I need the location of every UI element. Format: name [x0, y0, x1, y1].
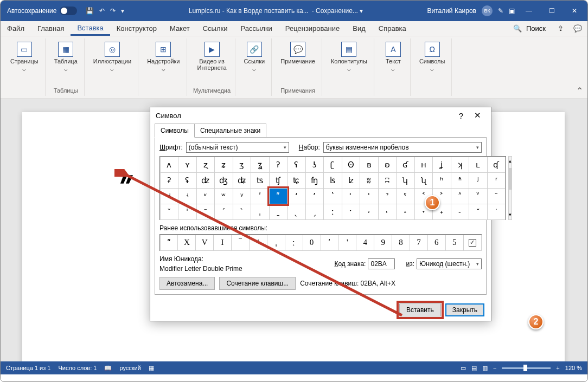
search-icon[interactable]: 🔍 [513, 24, 522, 33]
symbol-cell[interactable]: ˅ [469, 188, 488, 204]
symbol-cell[interactable]: ʻ [287, 188, 306, 204]
symbol-cell[interactable]: ʤ [214, 172, 233, 189]
undo-icon[interactable]: ↶ [99, 7, 105, 15]
scroll-down-icon[interactable]: ▾ [509, 210, 512, 219]
recent-symbol-cell[interactable]: ˌ [267, 235, 285, 251]
recent-symbol-cell[interactable]: ː [285, 235, 303, 251]
recent-symbol-cell[interactable]: X [177, 235, 196, 251]
symbol-cell[interactable]: ʒ [233, 157, 252, 173]
symbol-cell[interactable]: ˀ [378, 188, 397, 204]
illustrations-button[interactable]: ◎Иллюстрации⌵ [90, 40, 135, 95]
print-layout-icon[interactable]: ▤ [471, 365, 477, 372]
symbol-cell[interactable]: ʭ [378, 172, 397, 189]
symbol-cell[interactable]: ʧ [269, 172, 288, 189]
symbol-cell[interactable]: ʴ [160, 188, 179, 204]
symbol-cell[interactable]: ˌ [251, 204, 270, 220]
close-dialog-button[interactable]: Закрыть [445, 303, 484, 316]
symbol-cell[interactable]: ʰ [432, 172, 451, 189]
language-status[interactable]: русский [119, 365, 140, 371]
tab-special[interactable]: Специальные знаки [194, 124, 266, 138]
symbol-cell[interactable]: ʢ [178, 172, 197, 189]
redo-icon[interactable]: ↷ [110, 7, 116, 15]
page-status[interactable]: Страница 1 из 1 [6, 365, 50, 371]
zoom-out-icon[interactable]: − [493, 365, 496, 371]
recent-symbol-cell[interactable]: 9 [374, 235, 392, 251]
symbol-cell[interactable]: ʫ [342, 172, 361, 189]
symbol-cell[interactable]: ˔ [396, 204, 415, 220]
symbol-cell[interactable]: ʬ [360, 172, 379, 189]
recent-symbol-cell[interactable]: ʺ [160, 235, 178, 251]
close-button[interactable]: ✕ [564, 3, 585, 19]
symbol-cell[interactable]: ˊ [214, 204, 233, 220]
symbol-cell[interactable]: ˗ [451, 204, 470, 220]
symbol-cell[interactable]: ʝ [432, 157, 451, 173]
symbol-grid[interactable]: ʌʏʐʑʒʓʔʕʖʗʘʙʚʛʜʝʞʟʠʡʢʣʤʥʦʧʨʩʪʫʬʭʮʯʰʱʲʳʴʵ… [159, 156, 506, 220]
scroll-thumb[interactable] [509, 168, 512, 190]
recent-symbol-cell[interactable]: ‾ [231, 235, 250, 251]
recent-symbol-cell[interactable]: ' [338, 235, 356, 251]
comments-icon[interactable]: 💬 [573, 24, 582, 33]
tab-ссылки[interactable]: Ссылки [196, 21, 234, 36]
avatar[interactable]: ВК [482, 5, 493, 16]
symbol-cell[interactable]: ʕ [287, 157, 306, 173]
recent-symbol-cell[interactable]: ˈ [249, 235, 267, 251]
symbol-cell[interactable]: ʸ [233, 188, 252, 204]
recent-symbol-cell[interactable]: 8 [392, 235, 410, 251]
symbol-cell[interactable]: ʖ [305, 157, 324, 173]
symbol-cell[interactable]: ʛ [396, 157, 415, 173]
symbol-cell[interactable]: ʨ [287, 172, 306, 189]
symbol-cell[interactable]: ˑ [342, 204, 361, 220]
symbol-cell[interactable]: ʠ [487, 157, 506, 173]
symbol-cell[interactable]: ʘ [342, 157, 361, 173]
video-button[interactable]: ▶Видео из Интернета [193, 40, 232, 86]
symbol-cell[interactable]: ʺ [269, 188, 288, 204]
maximize-button[interactable]: ☐ [541, 3, 563, 19]
spellcheck-icon[interactable]: 📖 [104, 365, 112, 372]
tab-symbols[interactable]: Символы [155, 124, 195, 138]
table-button[interactable]: ▦Таблица⌵ [51, 40, 81, 86]
symbol-cell[interactable]: ˎ [287, 204, 306, 220]
scroll-up-icon[interactable]: ▴ [509, 157, 512, 166]
recent-symbol-cell[interactable]: 6 [427, 235, 446, 251]
minimize-button[interactable]: — [518, 3, 540, 19]
symbol-cell[interactable]: ʌ [160, 157, 179, 173]
symbol-cell[interactable]: ʶ [196, 188, 215, 204]
symbol-cell[interactable]: ʷ [214, 188, 233, 204]
symbol-cell[interactable]: ʱ [451, 172, 470, 189]
zoom-in-icon[interactable]: + [556, 365, 559, 371]
symbol-cell[interactable]: ˘ [469, 204, 488, 220]
links-button[interactable]: 🔗Ссылки⌵ [241, 40, 269, 95]
font-combo[interactable]: (обычный текст) [186, 142, 289, 153]
symbol-cell[interactable]: ʪ [323, 172, 342, 189]
symbol-cell[interactable]: ˇ [160, 204, 179, 220]
collapse-ribbon-icon[interactable]: ⌃ [576, 86, 583, 96]
dialog-titlebar[interactable]: Символ ? ✕ [150, 107, 491, 124]
symbol-cell[interactable]: ʚ [378, 157, 397, 173]
code-input[interactable]: 02BA [368, 258, 395, 269]
symbol-cell[interactable]: ʥ [233, 172, 252, 189]
symbol-cell[interactable]: ʞ [451, 157, 470, 173]
symbol-cell[interactable]: ˁ [396, 188, 415, 204]
symbol-cell[interactable]: ʳ [487, 172, 506, 189]
symbol-cell[interactable]: ʦ [251, 172, 270, 189]
symbol-cell[interactable]: ʯ [414, 172, 433, 189]
symbol-cell[interactable]: ˋ [233, 204, 252, 220]
recent-symbol-cell[interactable]: I [213, 235, 232, 251]
symbol-cell[interactable]: ʾ [342, 188, 361, 204]
recent-symbol-cell[interactable]: 4 [356, 235, 374, 251]
symbol-cell[interactable]: ˙ [487, 204, 506, 220]
symbol-cell[interactable]: ʗ [323, 157, 342, 173]
tab-рассылки[interactable]: Рассылки [234, 21, 278, 36]
text-button[interactable]: AТекст⌵ [380, 40, 407, 95]
symbol-cell[interactable]: ˉ [196, 204, 215, 220]
recent-symbol-cell[interactable]: 7 [410, 235, 428, 251]
help-button[interactable]: ? [453, 111, 469, 120]
recent-symbol-cell[interactable]: 0 [303, 235, 321, 251]
symbol-cell[interactable]: ˈ [178, 204, 197, 220]
symbol-cell[interactable]: ʵ [178, 188, 197, 204]
pages-button[interactable]: ▭Страницы⌵ [7, 40, 42, 95]
symbol-cell[interactable]: ʔ [269, 157, 288, 173]
symbol-cell[interactable]: ʼ [305, 188, 324, 204]
symbol-cell[interactable]: ʜ [414, 157, 433, 173]
drawing-icon[interactable]: ✎ [498, 7, 503, 15]
